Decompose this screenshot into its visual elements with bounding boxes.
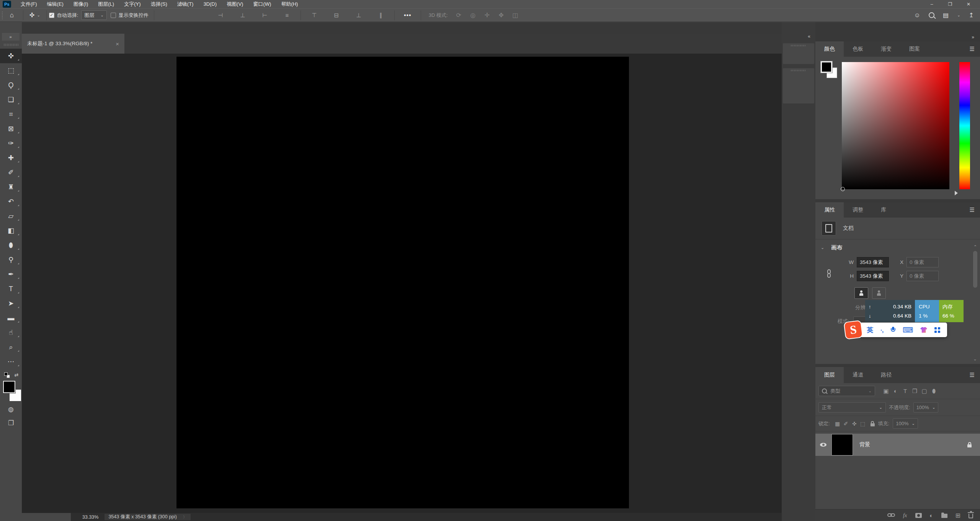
align-right-edges-icon[interactable]: ⊢ [254,12,276,19]
history-brush-tool[interactable]: ↶ [0,194,22,209]
x-field[interactable]: 0 像素 [906,257,939,267]
zoom-level-field[interactable]: 33.33% [82,514,98,520]
y-field[interactable]: 0 像素 [906,271,939,281]
filter-type-layers-icon[interactable]: T [900,388,910,395]
align-vertical-centers-icon[interactable]: ⊟ [325,12,348,19]
landscape-orientation-button[interactable] [872,287,886,299]
spot-healing-brush-tool[interactable]: ✚ [0,151,22,165]
history-panel-icon[interactable] [783,46,814,62]
lock-position-icon[interactable]: ✜ [850,421,859,427]
menu-item[interactable]: 滤镜(T) [172,0,199,8]
tab-swatches[interactable]: 色板 [844,41,872,57]
menu-item[interactable]: 编辑(E) [42,0,69,8]
saturation-brightness-picker[interactable] [842,62,949,189]
more-align-options-icon[interactable]: ••• [397,12,418,19]
layer-row-background[interactable]: 背景 [815,434,980,456]
crop-tool[interactable]: ⌗ [0,107,22,121]
align-horizontal-centers-icon[interactable]: ⊥ [232,12,254,19]
distribute-vertical-icon[interactable]: ∥ [370,12,392,19]
brushes-panel-icon[interactable] [783,87,814,102]
add-layer-mask-icon[interactable] [915,513,922,518]
dodge-tool[interactable]: ⚲ [0,252,22,267]
hand-tool[interactable]: ☝ [0,325,22,340]
lock-artboard-icon[interactable]: ⬚ [859,421,867,427]
foreground-color-swatch[interactable] [821,61,832,73]
sogou-logo-icon[interactable]: S [843,320,863,339]
filter-toggle-icon[interactable]: ⬮ [929,388,939,395]
keyboard-icon[interactable]: ⌨ [903,326,913,334]
type-tool[interactable]: T [0,282,22,296]
opacity-dropdown[interactable]: 100% ⌄ [913,402,939,413]
3d-orbit-icon[interactable]: ⟳ [452,11,466,19]
lock-all-icon[interactable] [871,423,875,426]
hue-slider-marker[interactable] [955,191,958,195]
fill-dropdown[interactable]: 100% ⌄ [893,418,918,429]
zoom-tool[interactable]: ⌕ [0,340,22,354]
align-left-edges-icon[interactable]: ⊣ [209,12,232,19]
canvas-section-header[interactable]: ⌄ 画布 [815,239,980,254]
width-field[interactable]: 3543 像素 [857,257,889,267]
object-selection-tool[interactable]: ❏ [0,92,22,107]
expand-panels-icon[interactable]: » [972,34,975,40]
tab-layers[interactable]: 图层 [815,367,844,383]
tab-properties[interactable]: 属性 [815,202,844,218]
tab-color[interactable]: 颜色 [815,41,844,57]
menu-item[interactable]: 窗口(W) [248,0,276,8]
ime-skin-icon[interactable] [920,327,927,333]
menu-item[interactable]: 3D(D) [198,0,222,8]
layer-style-icon[interactable]: fx [903,512,907,519]
canvas-document[interactable] [176,57,629,508]
close-tab-icon[interactable]: × [116,41,119,47]
color-picker-marker[interactable] [841,187,845,191]
tab-libraries[interactable]: 库 [872,202,895,218]
minimize-icon[interactable]: – [923,0,941,8]
foreground-color-swatch[interactable] [3,381,15,393]
new-layer-icon[interactable]: ⊞ [956,512,960,519]
brush-settings-panel-icon[interactable] [783,71,814,87]
rectangular-marquee-tool[interactable]: ⬚ [0,63,22,78]
distribute-horizontal-icon[interactable]: ≡ [276,12,298,19]
lasso-tool[interactable]: Ϙ [0,78,22,92]
screen-mode-button[interactable]: ❐ [0,416,22,430]
layer-thumbnail[interactable] [831,434,853,455]
pen-tool[interactable]: ✒ [0,267,22,282]
filter-pixel-layers-icon[interactable]: ▣ [881,388,891,395]
ime-toolbox-icon[interactable] [934,327,940,333]
hue-slider[interactable] [959,62,970,189]
tab-channels[interactable]: 通道 [844,367,872,383]
tab-patterns[interactable]: 图案 [900,41,929,57]
rectangle-tool[interactable]: ▬ [0,311,22,325]
edit-toolbar-button[interactable]: ⋯ [0,354,22,369]
delete-layer-icon[interactable] [969,514,973,518]
document-type-button[interactable] [822,221,836,236]
filter-shape-layers-icon[interactable]: ❒ [910,388,920,395]
move-tool[interactable]: ✜ [0,49,22,63]
link-dimensions-icon[interactable] [827,269,831,279]
blend-mode-dropdown[interactable]: 正常 ⌄ [818,402,886,413]
clone-stamp-tool[interactable]: ♜ [0,180,22,194]
ime-punctuation-icon[interactable]: ·, [880,327,883,333]
menu-item[interactable]: 帮助(H) [276,0,303,8]
panel-menu-icon[interactable]: ☰ [970,372,975,378]
portrait-orientation-button[interactable] [854,287,868,299]
chevron-down-icon[interactable]: ⌄ [957,13,960,17]
layer-locked-icon[interactable] [967,444,972,447]
document-tab[interactable]: 未标题-1 @ 33.3%(RGB/8) * × [22,34,124,54]
close-icon[interactable]: ✕ [959,0,978,8]
3d-slide-icon[interactable]: ✥ [494,11,508,19]
properties-scrollbar[interactable]: ⌃ [972,244,978,333]
document-info[interactable]: 3543 像素 x 3543 像素 (300 ppi) 〉 [105,514,191,520]
layer-filter-type-dropdown[interactable]: 类型 ⌄ [818,386,875,396]
align-bottom-edges-icon[interactable]: ⊥ [348,12,370,19]
brush-tool[interactable]: ✐ [0,165,22,180]
account-add-icon[interactable]: ☺ [914,12,920,19]
eraser-tool[interactable]: ▱ [0,209,22,223]
blur-tool[interactable]: ⬮ [0,238,22,252]
layers-list-empty-area[interactable] [815,456,980,509]
menu-item[interactable]: 文件(F) [16,0,42,8]
lock-transparency-icon[interactable]: ▦ [833,421,842,427]
tab-gradients[interactable]: 渐变 [872,41,900,57]
eyedropper-tool[interactable]: ✑ [0,136,22,151]
new-group-icon[interactable] [941,514,947,518]
share-icon[interactable]: ↥ [969,11,974,19]
